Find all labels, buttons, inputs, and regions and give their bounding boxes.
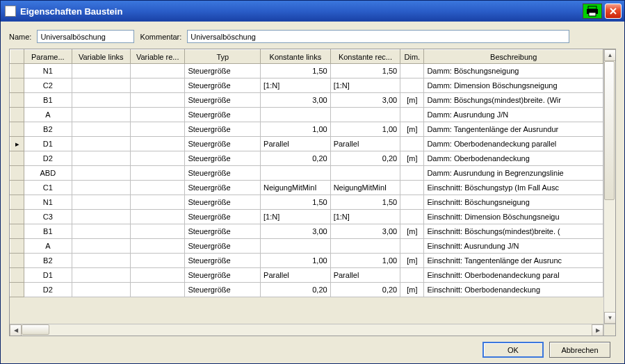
print-button[interactable] [583,3,602,19]
cell-variable-rechts[interactable] [130,254,184,268]
cell-konstante-rechts[interactable]: 1,50 [330,64,400,78]
cell-beschreibung[interactable]: Einschnitt: Tangentenlänge der Ausrunc [424,254,603,268]
cell-konstante-links[interactable]: [1:N] [261,78,331,93]
cell-variable-links[interactable] [72,283,130,297]
cell-konstante-links[interactable]: Parallel [261,268,331,283]
col-parameter[interactable]: Parame... [24,50,72,64]
cell-variable-links[interactable] [72,137,130,151]
cell-konstante-rechts[interactable]: Parallel [330,137,400,151]
cell-dimension[interactable]: [m] [400,122,424,137]
cell-dimension[interactable] [400,108,424,122]
cell-dimension[interactable] [400,210,424,224]
cell-beschreibung[interactable]: Einschnitt: Ausrundung J/N [424,239,603,254]
cell-variable-rechts[interactable] [130,268,184,283]
table-row[interactable]: N1Steuergröße1,501,50Damm: Böschungsneig… [10,64,603,78]
table-row[interactable]: ▸D1SteuergrößeParallelParallelDamm: Ober… [10,137,603,151]
close-button[interactable] [605,3,622,19]
cell-typ[interactable]: Steuergröße [185,181,261,195]
cell-variable-rechts[interactable] [130,210,184,224]
cell-dimension[interactable] [400,195,424,210]
col-marker[interactable] [10,50,24,64]
cell-konstante-links[interactable]: 1,00 [261,122,331,137]
cell-typ[interactable]: Steuergröße [185,268,261,283]
cell-konstante-rechts[interactable] [330,239,400,254]
cell-variable-links[interactable] [72,93,130,108]
cell-variable-rechts[interactable] [130,122,184,137]
cell-parameter[interactable]: B2 [24,254,72,268]
col-konstante-links[interactable]: Konstante links [261,50,331,64]
cell-konstante-rechts[interactable]: 1,00 [330,254,400,268]
cell-variable-links[interactable] [72,108,130,122]
ok-button[interactable]: OK [482,342,544,358]
cell-konstante-links[interactable]: 0,20 [261,283,331,297]
cell-konstante-links[interactable]: 3,00 [261,224,331,239]
cell-parameter[interactable]: B2 [24,122,72,137]
cell-beschreibung[interactable]: Einschnitt: Oberbodenandeckung paral [424,268,603,283]
col-typ[interactable]: Typ [185,50,261,64]
cell-typ[interactable]: Steuergröße [185,151,261,166]
cell-variable-rechts[interactable] [130,195,184,210]
cell-konstante-links[interactable]: NeigungMitMinI [261,181,331,195]
cell-variable-rechts[interactable] [130,137,184,151]
cell-variable-links[interactable] [72,254,130,268]
cell-konstante-links[interactable] [261,166,331,181]
data-table[interactable]: Parame... Variable links Variable re... … [10,49,603,297]
cell-typ[interactable]: Steuergröße [185,108,261,122]
cell-beschreibung[interactable]: Damm: Dimension Böschungsneigung [424,78,603,93]
cell-konstante-rechts[interactable]: 1,50 [330,195,400,210]
cell-konstante-rechts[interactable]: 1,00 [330,122,400,137]
cell-beschreibung[interactable]: Einschnitt: Dimension Böschungsneigu [424,210,603,224]
cell-konstante-rechts[interactable]: 0,20 [330,151,400,166]
cell-variable-rechts[interactable] [130,151,184,166]
col-konstante-rechts[interactable]: Konstante rec... [330,50,400,64]
cell-typ[interactable]: Steuergröße [185,239,261,254]
table-row[interactable]: ASteuergrößeDamm: Ausrundung J/N [10,108,603,122]
cell-beschreibung[interactable]: Damm: Böschungsneigung [424,64,603,78]
cell-variable-links[interactable] [72,122,130,137]
cell-variable-rechts[interactable] [130,108,184,122]
cell-variable-rechts[interactable] [130,64,184,78]
cell-konstante-links[interactable]: 1,50 [261,195,331,210]
cell-konstante-links[interactable] [261,239,331,254]
cell-konstante-links[interactable]: [1:N] [261,210,331,224]
cell-dimension[interactable]: [m] [400,224,424,239]
cell-konstante-rechts[interactable] [330,108,400,122]
scroll-right-button[interactable]: ▶ [592,324,603,336]
cell-variable-rechts[interactable] [130,283,184,297]
cell-beschreibung[interactable]: Einschnitt: Oberbodenandeckung [424,283,603,297]
cell-typ[interactable]: Steuergröße [185,78,261,93]
table-row[interactable]: ABDSteuergrößeDamm: Ausrundung in Begren… [10,166,603,181]
cell-beschreibung[interactable]: Damm: Oberbodenandeckung parallel [424,137,603,151]
cell-konstante-links[interactable]: 3,00 [261,93,331,108]
col-variable-links[interactable]: Variable links [72,50,130,64]
table-row[interactable]: ASteuergrößeEinschnitt: Ausrundung J/N [10,239,603,254]
cell-konstante-rechts[interactable]: Parallel [330,268,400,283]
cell-dimension[interactable] [400,64,424,78]
cell-konstante-rechts[interactable]: NeigungMitMinI [330,181,400,195]
cell-typ[interactable]: Steuergröße [185,64,261,78]
cell-variable-rechts[interactable] [130,93,184,108]
cell-parameter[interactable]: D2 [24,283,72,297]
cell-konstante-links[interactable]: 1,00 [261,254,331,268]
col-variable-rechts[interactable]: Variable re... [130,50,184,64]
cell-konstante-rechts[interactable]: 3,00 [330,224,400,239]
cell-variable-links[interactable] [72,224,130,239]
table-row[interactable]: B2Steuergröße1,001,00[m]Einschnitt: Tang… [10,254,603,268]
scroll-track[interactable] [604,61,615,312]
cell-variable-rechts[interactable] [130,166,184,181]
comment-input[interactable] [187,30,569,43]
cell-typ[interactable]: Steuergröße [185,166,261,181]
cell-variable-links[interactable] [72,151,130,166]
cell-parameter[interactable]: B1 [24,93,72,108]
table-row[interactable]: N1Steuergröße1,501,50Einschnitt: Böschun… [10,195,603,210]
table-row[interactable]: B1Steuergröße3,003,00[m]Damm: Böschungs(… [10,93,603,108]
cell-konstante-rechts[interactable]: 3,00 [330,93,400,108]
cell-variable-rechts[interactable] [130,239,184,254]
cell-konstante-links[interactable]: Parallel [261,137,331,151]
cell-parameter[interactable]: ABD [24,166,72,181]
cell-variable-links[interactable] [72,64,130,78]
cell-beschreibung[interactable]: Damm: Tangentenlänge der Ausrundur [424,122,603,137]
cell-variable-rechts[interactable] [130,224,184,239]
table-row[interactable]: D2Steuergröße0,200,20[m]Damm: Oberbodena… [10,151,603,166]
cell-dimension[interactable] [400,137,424,151]
